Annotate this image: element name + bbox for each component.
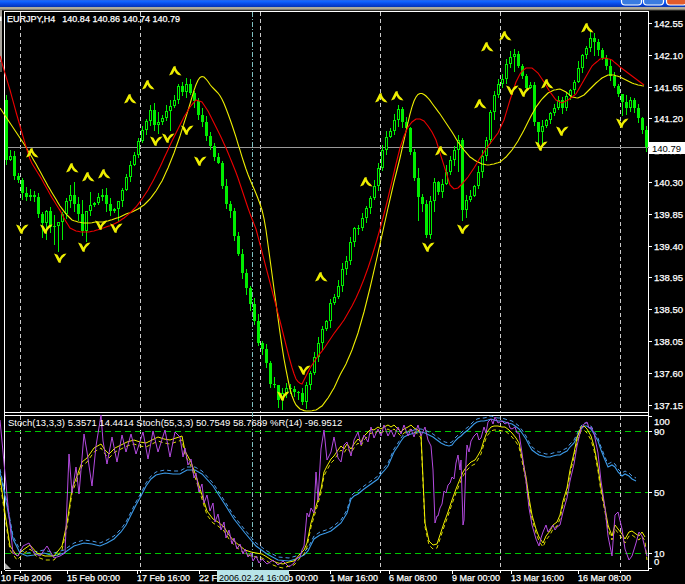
svg-text:140.79: 140.79: [652, 143, 681, 154]
svg-text:141.65: 141.65: [654, 82, 683, 93]
svg-text:137.60: 137.60: [654, 368, 683, 379]
svg-text:142.55: 142.55: [654, 18, 683, 29]
svg-text:138.50: 138.50: [654, 304, 683, 315]
svg-text:10 Feb 2006: 10 Feb 2006: [1, 573, 52, 583]
svg-text:138.95: 138.95: [654, 272, 683, 283]
svg-text:17 Feb 16:00: 17 Feb 16:00: [137, 573, 190, 583]
svg-text:142.10: 142.10: [654, 50, 683, 61]
svg-text:15 Feb 00:00: 15 Feb 00:00: [67, 573, 120, 583]
svg-text:6 Mar 08:00: 6 Mar 08:00: [389, 573, 437, 583]
svg-text:139.40: 139.40: [654, 241, 683, 252]
svg-text:EURJPY,H4 140.84 140.86 140.7: EURJPY,H4 140.84 140.86 140.74 140.79: [7, 14, 180, 24]
svg-text:1 Mar 16:00: 1 Mar 16:00: [330, 573, 378, 583]
svg-text:0: 0: [654, 556, 659, 567]
svg-text:13 Mar 16:00: 13 Mar 16:00: [511, 573, 564, 583]
svg-text:138.05: 138.05: [654, 336, 683, 347]
svg-text:141.20: 141.20: [654, 113, 683, 124]
svg-text:139.85: 139.85: [654, 209, 683, 220]
svg-text:16 Mar 08:00: 16 Mar 08:00: [578, 573, 631, 583]
svg-text:137.15: 137.15: [654, 400, 683, 411]
svg-text:90: 90: [654, 426, 665, 437]
svg-text:2006.02.24 16:00: 2006.02.24 16:00: [219, 573, 289, 583]
svg-text:50: 50: [654, 487, 665, 498]
svg-text:Stoch(13,3,3) 5.3571 14.4414: Stoch(13,3,3) 5.3571 14.4414 Stoch(55,3,…: [8, 417, 342, 428]
svg-text:140.30: 140.30: [654, 177, 683, 188]
svg-text:9 Mar 00:00: 9 Mar 00:00: [452, 573, 500, 583]
